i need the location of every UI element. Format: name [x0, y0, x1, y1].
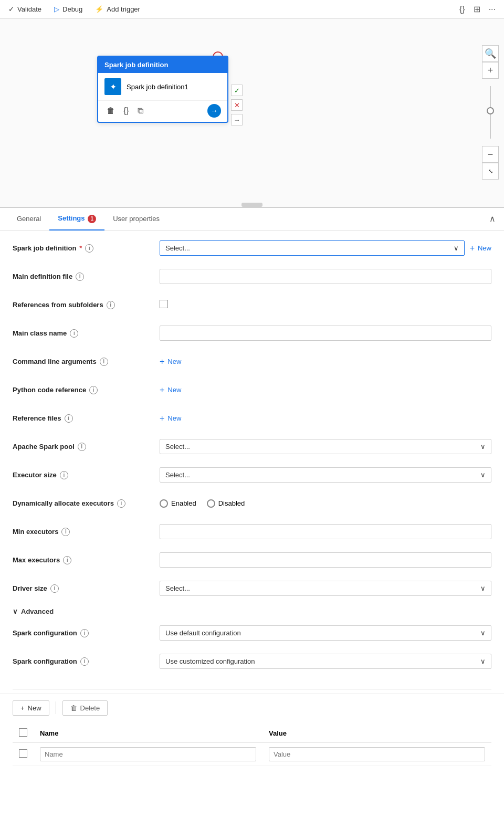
spark-config-1-select[interactable]: Use default configuration ∨: [160, 625, 491, 641]
main-class-name-input[interactable]: [160, 326, 491, 341]
main-definition-file-control: [160, 269, 491, 284]
activity-card-header: Spark job definition: [98, 57, 227, 73]
driver-size-row: Driver size i Select... ∨: [13, 579, 491, 598]
spark-pool-info-icon[interactable]: i: [78, 443, 86, 451]
min-executors-label: Min executors i: [13, 528, 160, 536]
monitor-icon-button[interactable]: ⊞: [474, 4, 480, 14]
dynamic-executors-row: Dynamically allocate executors i Enabled…: [13, 494, 491, 513]
collapse-panel-button[interactable]: ∧: [489, 214, 496, 224]
main-definition-file-input[interactable]: [160, 269, 491, 284]
dyn-exec-info-icon[interactable]: i: [117, 499, 125, 508]
add-trigger-button[interactable]: ⚡ Add trigger: [95, 5, 140, 13]
ref-files-new-button[interactable]: + New: [160, 414, 491, 423]
main-definition-file-row: Main definition file i: [13, 267, 491, 286]
driver-size-placeholder: Select...: [165, 584, 190, 592]
executor-size-label: Executor size i: [13, 471, 160, 479]
references-subfolders-control: [160, 300, 491, 310]
canvas-area: Spark job definition ✦ Spark job definit…: [0, 19, 504, 208]
panel-divider[interactable]: [242, 203, 262, 207]
spark-job-definition-select[interactable]: Select... ∨: [160, 240, 465, 256]
disabled-radio[interactable]: Disabled: [207, 499, 245, 508]
python-ref-new-button[interactable]: + New: [160, 385, 491, 395]
debug-button[interactable]: ▷ Debug: [54, 5, 82, 13]
form-content: Spark job definition * i Select... ∨ + N…: [0, 231, 504, 689]
spark-config-2-value: Use customized configuration: [165, 657, 255, 665]
zoom-thumb[interactable]: [487, 107, 494, 114]
refs-subfolders-info-icon[interactable]: i: [107, 301, 115, 309]
references-subfolders-row: References from subfolders i: [13, 296, 491, 315]
executor-size-select[interactable]: Select... ∨: [160, 467, 491, 483]
dynamic-executors-label: Dynamically allocate executors i: [13, 499, 160, 508]
navigate-activity-button[interactable]: →: [207, 104, 221, 118]
more-options-button[interactable]: ···: [489, 5, 496, 14]
spark-config-1-label: Spark configuration i: [13, 629, 160, 637]
spark-job-def-info-icon[interactable]: i: [85, 244, 93, 253]
spark-config-1-info-icon[interactable]: i: [80, 629, 89, 637]
clone-activity-button[interactable]: ⧉: [135, 105, 145, 117]
cmd-args-new-button[interactable]: + New: [160, 357, 491, 366]
plus-icon: +: [20, 704, 25, 712]
search-canvas-button[interactable]: 🔍: [482, 45, 499, 62]
driver-size-select[interactable]: Select... ∨: [160, 581, 491, 596]
max-executors-label: Max executors i: [13, 556, 160, 564]
max-executors-input[interactable]: [160, 552, 491, 568]
row-value-input[interactable]: [269, 747, 485, 761]
success-badge[interactable]: ✓: [231, 85, 243, 96]
failure-badge[interactable]: ✕: [231, 99, 243, 111]
new-kv-button[interactable]: + New: [13, 700, 49, 716]
cmd-args-info-icon[interactable]: i: [100, 358, 108, 366]
delete-kv-button[interactable]: 🗑 Delete: [62, 700, 108, 716]
spark-config-2-select[interactable]: Use customized configuration ∨: [160, 654, 491, 669]
main-class-info-icon[interactable]: i: [70, 329, 78, 338]
tab-general[interactable]: General: [8, 208, 49, 230]
json-activity-button[interactable]: {}: [121, 105, 131, 117]
driver-size-label: Driver size i: [13, 584, 160, 593]
select-chevron-icon: ∨: [454, 244, 459, 252]
disabled-radio-label: Disabled: [218, 499, 245, 507]
min-executors-input[interactable]: [160, 524, 491, 539]
spark-config-2-info-icon[interactable]: i: [80, 657, 89, 666]
spark-job-def-new-button[interactable]: + New: [470, 244, 491, 253]
python-ref-info-icon[interactable]: i: [89, 386, 98, 394]
row-name-input[interactable]: [40, 747, 256, 761]
divider: [13, 689, 491, 689]
spark-config-2-label: Spark configuration i: [13, 657, 160, 666]
apache-spark-pool-label: Apache Spark pool i: [13, 443, 160, 451]
new-kv-label: New: [28, 704, 41, 712]
ref-files-info-icon[interactable]: i: [65, 414, 73, 423]
enabled-radio[interactable]: Enabled: [160, 499, 196, 508]
row-name-cell: [34, 742, 262, 766]
tab-settings[interactable]: Settings 1: [49, 208, 104, 231]
apache-spark-pool-select[interactable]: Select... ∨: [160, 439, 491, 454]
zoom-in-button[interactable]: +: [482, 62, 499, 79]
trigger-icon: ⚡: [95, 5, 103, 13]
zoom-out-button[interactable]: −: [482, 146, 499, 163]
delete-activity-button[interactable]: 🗑: [104, 105, 117, 117]
tabs-bar: General Settings 1 User properties ∧: [0, 208, 504, 231]
completion-badge[interactable]: →: [231, 114, 243, 125]
command-line-args-control: + New: [160, 357, 491, 366]
row-checkbox[interactable]: [19, 749, 27, 758]
disabled-radio-circle: [207, 499, 215, 508]
right-controls: 🔍 + − ⤡: [482, 45, 499, 180]
activity-name[interactable]: Spark job definition1: [127, 83, 188, 91]
min-exec-info-icon[interactable]: i: [61, 528, 70, 536]
driver-size-info-icon[interactable]: i: [50, 584, 59, 593]
tab-user-properties[interactable]: User properties: [104, 208, 168, 230]
plus-icon: +: [160, 385, 164, 395]
fit-canvas-button[interactable]: ⤡: [482, 163, 499, 180]
spark-config-2-control: Use customized configuration ∨: [160, 654, 491, 669]
main-def-file-info-icon[interactable]: i: [76, 273, 84, 281]
json-icon-button[interactable]: {}: [459, 5, 465, 14]
select-chevron-icon: ∨: [480, 629, 486, 637]
max-executors-control: [160, 552, 491, 568]
references-subfolders-checkbox[interactable]: [160, 300, 168, 308]
zoom-slider[interactable]: [482, 81, 499, 144]
enabled-radio-label: Enabled: [171, 499, 196, 507]
select-all-checkbox[interactable]: [19, 728, 27, 737]
advanced-toggle[interactable]: ∨ Advanced: [13, 607, 491, 615]
executor-size-info-icon[interactable]: i: [60, 471, 68, 479]
validate-button[interactable]: ✓ Validate: [8, 5, 41, 13]
advanced-label: Advanced: [21, 607, 54, 615]
max-exec-info-icon[interactable]: i: [63, 556, 71, 564]
